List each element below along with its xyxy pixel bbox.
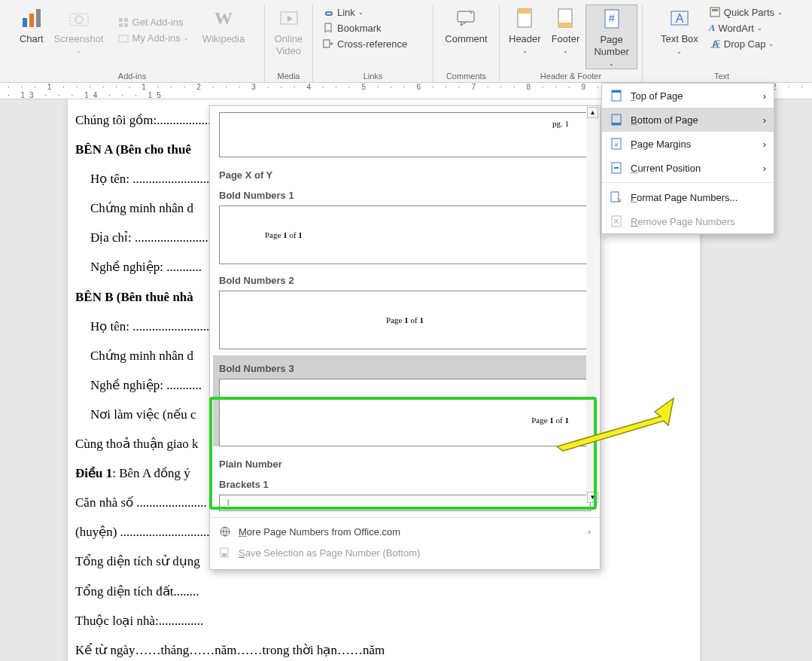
drop-cap-label: Drop Cap bbox=[724, 38, 766, 50]
gallery-opt-1[interactable]: Page 1 of 1 bbox=[219, 291, 591, 349]
svg-text:#: # bbox=[615, 142, 619, 148]
gallery-brackets-title: Brackets 1 bbox=[210, 474, 600, 495]
svg-text:#: # bbox=[609, 12, 615, 24]
wikipedia-label: Wikipedia bbox=[202, 33, 245, 44]
gallery-opt-highlighted: Bold Numbers 3 Page 1 of 1 bbox=[213, 355, 597, 446]
footer-icon bbox=[553, 6, 577, 30]
menu-top-of-page[interactable]: TTop of Pageop of Page › bbox=[602, 84, 774, 108]
text-box-label: Text Box bbox=[661, 33, 698, 45]
comment-button[interactable]: Comment bbox=[440, 5, 491, 46]
svg-rect-1 bbox=[29, 14, 34, 27]
screenshot-button[interactable]: Screenshot ⌄ bbox=[50, 5, 108, 56]
page-number-label: Page Number bbox=[591, 34, 632, 57]
svg-rect-31 bbox=[612, 123, 621, 125]
menu-format-page-numbers[interactable]: Format Page Numbers... bbox=[602, 185, 774, 209]
gallery-opt-title-1: Bold Numbers 2 bbox=[210, 270, 600, 291]
svg-rect-2 bbox=[36, 9, 41, 27]
ribbon: Chart Screenshot ⌄ Get Add-ins My Add-in… bbox=[0, 0, 812, 83]
page-number-gallery: pg. 1 Page X of Y Bold Numbers 1 Page 1 … bbox=[209, 105, 601, 570]
quick-parts-button[interactable]: Quick Parts⌄ bbox=[704, 5, 787, 20]
format-icon bbox=[610, 191, 623, 203]
quick-parts-label: Quick Parts bbox=[724, 7, 774, 18]
chart-icon bbox=[20, 6, 44, 30]
header-label: Header bbox=[509, 33, 541, 44]
svg-rect-12 bbox=[324, 40, 330, 47]
gallery-preview-pg[interactable]: pg. 1 bbox=[219, 112, 591, 157]
save-icon bbox=[219, 547, 231, 559]
link-icon bbox=[322, 6, 334, 18]
ribbon-group-links: Link ⌄ Bookmark Cross-reference Links bbox=[313, 5, 433, 82]
camera-icon bbox=[67, 6, 91, 30]
ribbon-group-media: Online Video Media bbox=[265, 5, 313, 82]
wikipedia-button[interactable]: W Wikipedia bbox=[198, 5, 249, 56]
page-margins-icon: # bbox=[610, 138, 623, 150]
page-bottom-icon bbox=[610, 114, 623, 126]
gallery-opt-0[interactable]: Page 1 of 1 bbox=[219, 206, 591, 264]
bookmark-icon bbox=[322, 22, 334, 34]
gallery-opt-1-text: Page 1 of 1 bbox=[386, 315, 424, 324]
chevron-right-icon: › bbox=[763, 114, 766, 126]
menu-bottom-of-page[interactable]: Bottom of Page › bbox=[602, 108, 774, 132]
scroll-up-icon[interactable]: ▲ bbox=[587, 107, 598, 118]
svg-rect-5 bbox=[119, 18, 123, 22]
gallery-section-title: Page X of Y bbox=[210, 163, 600, 185]
gallery-opt-2[interactable]: Page 1 of 1 bbox=[219, 379, 591, 446]
group-label-addins: Add-ins bbox=[118, 70, 146, 81]
video-icon bbox=[277, 6, 301, 30]
gallery-scrollbar[interactable]: ▲ ▼ bbox=[586, 107, 599, 503]
page-number-icon: # bbox=[600, 7, 624, 31]
wordart-button[interactable]: A WordArt⌄ bbox=[704, 20, 787, 35]
page-number-button[interactable]: # Page Number⌄ bbox=[585, 5, 637, 69]
drop-cap-icon: A bbox=[709, 38, 721, 50]
ribbon-group-comments: Comment Comments bbox=[433, 5, 500, 82]
header-icon bbox=[512, 6, 537, 30]
globe-icon bbox=[219, 525, 231, 538]
svg-rect-22 bbox=[710, 8, 719, 17]
gallery-footer: More Page Numbers from Office.com › Save… bbox=[210, 517, 600, 566]
svg-rect-36 bbox=[611, 192, 619, 202]
bookmark-label: Bookmark bbox=[337, 23, 382, 34]
footer-button[interactable]: Footer⌄ bbox=[547, 5, 585, 69]
link-label: Link bbox=[337, 7, 355, 18]
gallery-save-selection: Save Selection as Page Number (Bottom) bbox=[210, 542, 600, 563]
group-label-comments: Comments bbox=[446, 70, 486, 81]
svg-marker-11 bbox=[287, 16, 293, 22]
gallery-brackets-preview[interactable]: | bbox=[219, 495, 591, 511]
link-button[interactable]: Link ⌄ bbox=[318, 5, 412, 20]
chevron-right-icon: › bbox=[763, 163, 766, 174]
svg-text:A: A bbox=[676, 12, 684, 25]
crossref-button[interactable]: Cross-reference bbox=[318, 36, 412, 51]
chevron-right-icon: › bbox=[763, 90, 766, 102]
chart-button[interactable]: Chart bbox=[15, 5, 48, 56]
crossref-label: Cross-reference bbox=[337, 38, 407, 50]
crossref-icon bbox=[322, 38, 334, 50]
ribbon-group-addins: Chart Screenshot ⌄ Get Add-ins My Add-in… bbox=[0, 5, 265, 82]
gallery-more-from-office[interactable]: More Page Numbers from Office.com › bbox=[210, 521, 600, 542]
menu-current-position[interactable]: Current Position › bbox=[602, 156, 774, 180]
get-addins-label: Get Add-ins bbox=[132, 17, 184, 28]
text-box-icon: A bbox=[668, 6, 692, 30]
group-label-text: Text bbox=[714, 70, 729, 81]
my-addins-label: My Add-ins bbox=[132, 32, 181, 44]
text-box-button[interactable]: A Text Box⌄ bbox=[656, 5, 703, 56]
comment-icon bbox=[454, 6, 478, 30]
gallery-opt-title-0: Bold Numbers 1 bbox=[210, 185, 600, 206]
header-button[interactable]: Header⌄ bbox=[504, 5, 546, 69]
bookmark-button[interactable]: Bookmark bbox=[318, 20, 412, 35]
chart-label: Chart bbox=[20, 33, 44, 44]
svg-rect-8 bbox=[124, 23, 128, 27]
my-addins-button[interactable]: My Add-ins ⌄ bbox=[113, 31, 193, 46]
drop-cap-button[interactable]: A Drop Cap⌄ bbox=[704, 36, 787, 51]
get-addins-button[interactable]: Get Add-ins bbox=[113, 15, 193, 30]
online-video-button[interactable]: Online Video bbox=[269, 5, 308, 58]
svg-rect-23 bbox=[712, 9, 718, 11]
menu-remove-page-numbers[interactable]: Remove Page Numbers bbox=[602, 209, 774, 233]
group-label-links: Links bbox=[363, 70, 383, 81]
svg-rect-9 bbox=[119, 35, 128, 42]
comment-label: Comment bbox=[445, 33, 487, 44]
chevron-right-icon: › bbox=[763, 139, 766, 150]
scroll-down-icon[interactable]: ▼ bbox=[587, 492, 598, 503]
gallery-opt-0-text: Page 1 of 1 bbox=[265, 230, 303, 239]
gallery-brackets-text: | bbox=[227, 497, 229, 506]
menu-page-margins[interactable]: # Page Margins › bbox=[602, 132, 774, 156]
